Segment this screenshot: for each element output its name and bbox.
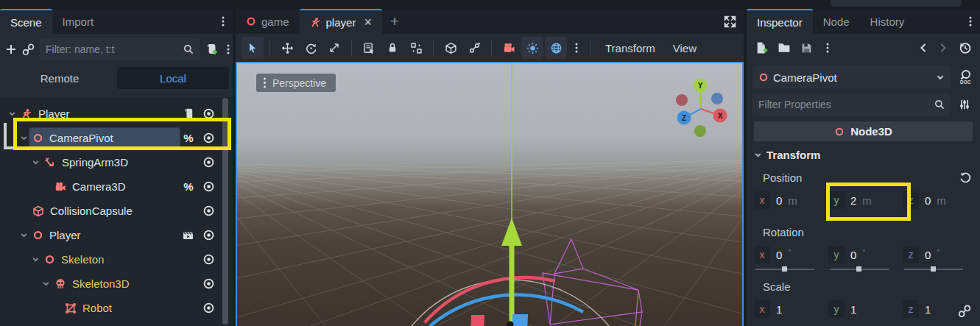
visibility-eye-icon[interactable] xyxy=(202,132,215,144)
scale-tool-button[interactable] xyxy=(323,37,345,59)
load-resource-folder-icon[interactable] xyxy=(778,42,791,54)
scene-filter-input[interactable] xyxy=(46,43,179,55)
rotation-x-field[interactable]: x 0 ° xyxy=(754,246,824,272)
visibility-eye-icon[interactable] xyxy=(202,277,215,290)
move-tool-button[interactable] xyxy=(276,37,298,59)
view-menu[interactable]: View xyxy=(665,42,705,54)
tree-row-camerapivot[interactable]: CameraPivot % xyxy=(0,126,233,150)
preview-sunlight-toggle[interactable] xyxy=(521,37,543,59)
environment-options-icon[interactable] xyxy=(568,37,585,59)
tab-game-scene[interactable]: game xyxy=(236,9,300,34)
tree-row-robot[interactable]: Robot xyxy=(0,296,233,320)
chevron-down-icon[interactable] xyxy=(29,255,41,263)
scene-tree-menu-icon[interactable] xyxy=(223,39,233,60)
tree-row-player-instance[interactable]: Player xyxy=(0,223,233,247)
scene-dock-menu-icon[interactable] xyxy=(214,9,233,34)
preview-camera-icon[interactable] xyxy=(498,37,520,59)
new-scene-tab-button[interactable]: + xyxy=(382,9,407,34)
view-gizmo-cube-icon[interactable] xyxy=(440,37,462,59)
rotation-y-field[interactable]: y 0 ° xyxy=(828,246,898,272)
selection-list-button[interactable] xyxy=(358,37,380,59)
rotation-z-value[interactable]: 0 xyxy=(925,249,931,261)
tree-row-skeleton3d[interactable]: Skeleton3D xyxy=(0,272,233,296)
position-z-field[interactable]: z 0 m xyxy=(903,191,973,209)
axis-neg-z-ball[interactable] xyxy=(711,93,723,104)
rotation-y-value[interactable]: 0 xyxy=(850,249,856,261)
class-header-node3d[interactable]: Node3D xyxy=(754,121,973,141)
inspector-menu-icon[interactable] xyxy=(961,9,980,34)
filter-properties-input[interactable] xyxy=(758,99,930,110)
close-tab-icon[interactable]: × xyxy=(364,15,372,29)
expand-viewport-icon[interactable] xyxy=(716,9,744,34)
chevron-down-icon[interactable] xyxy=(18,231,29,239)
visibility-eye-icon[interactable] xyxy=(202,302,215,314)
history-forward-icon[interactable] xyxy=(938,42,948,54)
open-docs-icon[interactable]: DOC xyxy=(955,66,974,88)
scale-link-icon[interactable] xyxy=(958,305,971,318)
position-x-value[interactable]: 0 xyxy=(776,194,782,207)
group-node-button[interactable] xyxy=(405,37,427,59)
add-node-button[interactable] xyxy=(5,39,17,60)
history-list-icon[interactable] xyxy=(958,41,972,55)
visibility-eye-icon[interactable] xyxy=(202,205,215,217)
instance-scene-link-icon[interactable] xyxy=(22,39,35,60)
skeleton-options-icon[interactable] xyxy=(463,37,485,59)
script-icon[interactable] xyxy=(183,107,194,120)
resource-options-icon[interactable] xyxy=(822,42,833,54)
unique-name-badge[interactable]: % xyxy=(183,132,194,144)
axis-neg-y-ball[interactable] xyxy=(694,125,706,137)
scale-y-field[interactable]: y 1 xyxy=(828,300,898,318)
scale-z-value[interactable]: 1 xyxy=(925,303,931,316)
rotation-x-slider[interactable] xyxy=(755,266,814,272)
new-resource-icon[interactable] xyxy=(755,41,768,54)
position-z-value[interactable]: 0 xyxy=(925,194,931,207)
transform-section-header[interactable]: Transform xyxy=(754,146,973,163)
scale-x-value[interactable]: 1 xyxy=(776,303,782,316)
revert-position-icon[interactable] xyxy=(959,171,971,183)
visibility-eye-icon[interactable] xyxy=(202,229,215,241)
rotate-tool-button[interactable] xyxy=(300,37,322,59)
tab-player-scene[interactable]: player × xyxy=(300,9,382,34)
perspective-menu-button[interactable]: Perspective xyxy=(256,74,336,92)
remote-tab[interactable]: Remote xyxy=(4,67,116,89)
transform-menu[interactable]: Transform xyxy=(597,42,663,54)
visibility-eye-icon[interactable] xyxy=(202,180,215,193)
tab-import[interactable]: Import xyxy=(52,9,105,34)
tab-node[interactable]: Node xyxy=(813,9,860,34)
scale-x-field[interactable]: x 1 xyxy=(754,300,824,318)
attach-script-icon[interactable] xyxy=(205,39,218,60)
tree-row-bullet[interactable]: Bullet xyxy=(0,320,233,326)
tree-row-player[interactable]: Player xyxy=(0,102,233,126)
rotation-y-slider[interactable] xyxy=(830,266,889,272)
scale-y-value[interactable]: 1 xyxy=(850,303,856,316)
chevron-down-icon[interactable] xyxy=(40,280,52,288)
chevron-down-icon[interactable] xyxy=(29,158,41,166)
tree-row-camera3d[interactable]: Camera3D % xyxy=(0,174,233,199)
unique-name-badge[interactable]: % xyxy=(183,180,194,193)
tab-scene[interactable]: Scene xyxy=(0,9,52,34)
save-icon[interactable] xyxy=(800,42,813,54)
visibility-eye-icon[interactable] xyxy=(202,253,215,266)
chevron-down-icon[interactable] xyxy=(18,134,29,142)
position-x-field[interactable]: x 0 m xyxy=(754,191,824,209)
inspector-tune-icon[interactable] xyxy=(955,93,974,116)
lock-node-button[interactable] xyxy=(381,37,403,59)
position-y-value[interactable]: 2 xyxy=(850,194,856,207)
tab-history[interactable]: History xyxy=(860,9,915,34)
axis-neg-x-ball[interactable] xyxy=(676,94,688,106)
tree-row-springarm3d[interactable]: SpringArm3D xyxy=(0,150,233,174)
rotation-z-field[interactable]: z 0 ° xyxy=(903,246,973,272)
rotation-z-slider[interactable] xyxy=(904,266,963,272)
viewport-3d[interactable]: Y X Z Perspective xyxy=(236,62,744,326)
local-tab[interactable]: Local xyxy=(117,67,229,89)
rotation-x-value[interactable]: 0 xyxy=(776,249,782,261)
visibility-eye-icon[interactable] xyxy=(202,107,215,120)
tab-inspector[interactable]: Inspector xyxy=(747,9,813,34)
history-back-icon[interactable] xyxy=(918,42,928,54)
tree-row-collisioncapsule[interactable]: CollisionCapsule xyxy=(0,199,233,223)
node-selector[interactable]: CameraPivot xyxy=(752,66,951,88)
editable-children-movie-icon[interactable] xyxy=(182,230,194,241)
position-y-field[interactable]: y 2 m xyxy=(828,191,898,209)
visibility-eye-icon[interactable] xyxy=(202,156,215,169)
select-tool-button[interactable] xyxy=(242,37,264,59)
